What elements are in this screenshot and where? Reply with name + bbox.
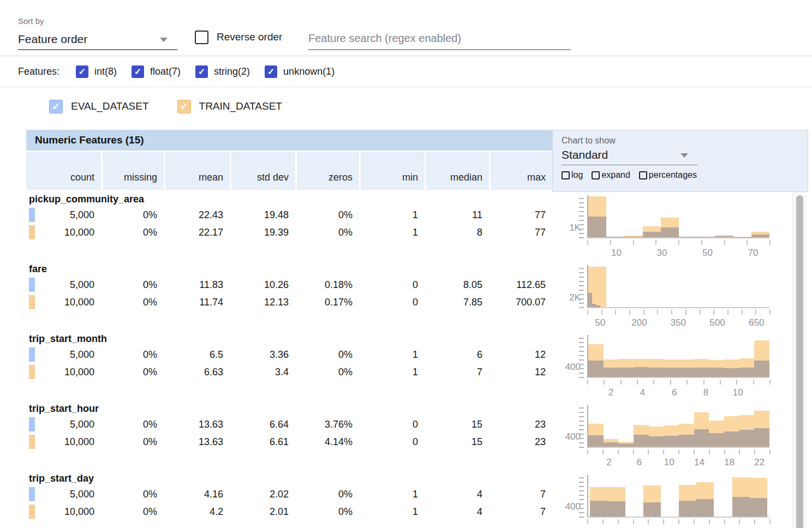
string-checkbox[interactable]: ✓ [195, 65, 208, 78]
sort-by-label: Sort by [18, 16, 44, 26]
percentages-option[interactable]: percentages [639, 170, 697, 180]
feature-block: pickup_community_area 5,0000%22.4319.480… [26, 192, 792, 262]
feature-stats: trip_start_month 5,0000%6.53.360%1612 10… [26, 332, 552, 401]
chart-to-show-label: Chart to show [562, 136, 808, 146]
train-dataset-marker [29, 295, 35, 309]
log-option[interactable]: log [562, 170, 583, 180]
histogram-bar-eval [604, 368, 619, 377]
percentages-checkbox[interactable] [639, 171, 647, 179]
stat-cell: 22.17 [164, 224, 230, 241]
sort-by-dropdown[interactable]: Feature order [18, 31, 177, 50]
x-tick-label: 10 [664, 457, 674, 468]
stat-cell: 77 [489, 206, 552, 224]
x-tick [602, 449, 604, 454]
x-tick-label: 2 [608, 387, 613, 398]
eval-dataset-toggle[interactable]: ✓ EVAL_DATASET [49, 100, 149, 113]
x-tick-label: 650 [749, 317, 764, 328]
x-tick [685, 310, 686, 315]
stat-cell: 700.07 [489, 293, 552, 311]
x-tick [755, 310, 756, 315]
stat-cell: 0 [359, 416, 425, 433]
histogram-bar-eval [604, 442, 619, 447]
feature-stats: trip_start_day 5,0000%4.162.020%147 10,0… [26, 471, 552, 528]
vertical-scrollbar-thumb[interactable] [796, 195, 803, 528]
vertical-scrollbar-track[interactable] [792, 192, 807, 528]
unknown-checkbox[interactable]: ✓ [265, 65, 277, 78]
x-tick-label: 50 [595, 317, 605, 328]
log-checkbox[interactable] [562, 171, 570, 179]
stat-cell: 0 [359, 276, 425, 293]
feature-type-filterbar: Features: ✓ int(8) ✓ float(7) ✓ string(2… [0, 56, 812, 87]
stat-cell: 3.4 [230, 363, 295, 381]
eval-dataset-checkbox[interactable]: ✓ [49, 100, 63, 113]
feature-name: trip_start_hour [26, 401, 552, 416]
x-tick [601, 310, 602, 315]
x-axis-ticks [587, 240, 769, 245]
x-tick-label: 8 [703, 387, 708, 398]
train-dataset-marker [29, 505, 35, 519]
stat-cell: 0% [101, 206, 164, 224]
feature-block: trip_start_hour 5,0000%13.636.643.76%015… [26, 401, 792, 471]
filter-float[interactable]: ✓ float(7) [132, 65, 181, 78]
stat-cell: 0% [101, 276, 164, 293]
histogram-bar-eval [606, 237, 624, 237]
x-tick [703, 380, 704, 385]
expand-checkbox[interactable] [592, 171, 600, 179]
histogram-bar-eval [592, 304, 596, 307]
stat-cell: 5,000 [26, 416, 101, 433]
x-tick-label: 6 [672, 387, 677, 398]
x-tick [769, 240, 771, 245]
train-dataset-marker [29, 225, 35, 239]
int-checkbox[interactable]: ✓ [76, 65, 88, 78]
feature-histogram: 400 2610141822 [552, 401, 792, 471]
stat-cell: 0% [101, 433, 164, 451]
filter-int[interactable]: ✓ int(8) [76, 65, 117, 78]
chart-type-dropdown[interactable]: Standard [562, 147, 698, 165]
x-tick [724, 449, 725, 454]
stat-cell: 3.36 [230, 346, 295, 363]
histogram-bar-eval [643, 232, 661, 237]
x-tick-label: 18 [724, 457, 735, 468]
table-row-eval: 5,0000%13.636.643.76%01523 [26, 416, 552, 433]
float-checkbox[interactable]: ✓ [132, 65, 144, 78]
stat-cell: 19.39 [230, 224, 295, 241]
stat-cell: 7.85 [425, 293, 489, 311]
stat-cell: 10,000 [26, 363, 101, 381]
x-tick [769, 519, 771, 524]
feature-list: pickup_community_area 5,0000%22.4319.480… [26, 192, 792, 528]
train-dataset-checkbox[interactable]: ✓ [177, 100, 191, 113]
feature-block: fare 5,0000%11.8310.260.18%08.05112.65 1… [26, 262, 792, 332]
reverse-order-checkbox[interactable] [195, 31, 208, 44]
stat-cell: 0.17% [295, 293, 359, 311]
column-header: max [489, 152, 552, 190]
train-dataset-toggle[interactable]: ✓ TRAIN_DATASET [177, 100, 282, 113]
x-tick [655, 240, 656, 245]
stat-cell: 6.63 [164, 363, 230, 381]
stat-cell: 12.13 [230, 293, 295, 311]
x-axis-labels: 246810 [587, 387, 769, 399]
histogram-bar-eval [664, 368, 679, 377]
stat-cell: 0% [101, 293, 164, 311]
stat-cell: 6.61 [230, 433, 295, 451]
feature-search-input[interactable] [308, 27, 571, 50]
feature-histogram: 400 [552, 471, 792, 528]
x-tick-label: 6 [636, 457, 641, 468]
expand-option[interactable]: expand [592, 170, 630, 180]
stat-cell: 11 [425, 206, 489, 224]
filter-string[interactable]: ✓ string(2) [195, 65, 250, 78]
x-tick [587, 449, 588, 454]
x-tick [709, 449, 710, 454]
histogram-bar-eval [750, 498, 767, 517]
histogram-bar-eval [588, 435, 604, 447]
x-tick [769, 449, 771, 454]
x-tick-label: 200 [631, 317, 647, 328]
histogram-bar-eval [709, 433, 724, 447]
stat-cell: 10,000 [26, 224, 101, 241]
eval-dataset-marker [29, 417, 35, 431]
x-tick [604, 380, 605, 385]
y-axis-ticks [579, 335, 584, 378]
histogram-bar-eval [715, 236, 733, 237]
x-tick-label: 4 [640, 387, 645, 398]
histogram-plot [587, 265, 769, 308]
filter-unknown[interactable]: ✓ unknown(1) [265, 65, 335, 78]
